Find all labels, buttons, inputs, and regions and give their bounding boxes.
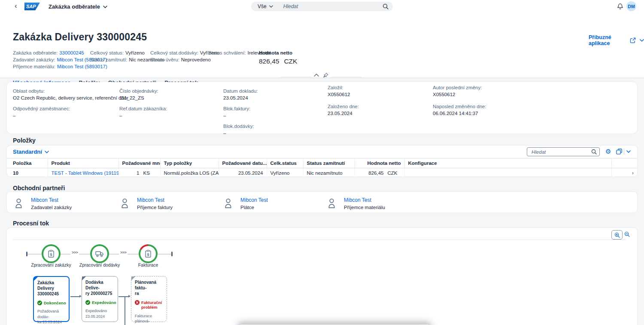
chevron-down-icon bbox=[269, 5, 273, 8]
divider bbox=[331, 77, 361, 77]
product-link[interactable]: TEST - Tablet Windows (191192) bbox=[52, 170, 119, 176]
items-search-input[interactable] bbox=[531, 149, 591, 155]
col-header-net-value: Hodnota netto bbox=[355, 158, 404, 168]
flow-connector bbox=[118, 296, 128, 297]
items-header-row: Položka Produkt Požadované množství Typ … bbox=[7, 158, 637, 168]
sap-logo[interactable]: SAP bbox=[24, 3, 40, 10]
item-type: Normál.položka LOS (ZAN) bbox=[160, 168, 219, 177]
related-apps-link[interactable]: Příbuzné aplikace bbox=[589, 34, 626, 46]
node-status: Fakturační problém bbox=[135, 300, 163, 310]
field: Založeno dne:23.05.2024 bbox=[328, 103, 359, 116]
partner-name-link[interactable]: Mibcon Test bbox=[240, 197, 268, 203]
flow-node-planned-invoice[interactable]: Plánovaná faktu- ra Fakturační problém F… bbox=[131, 276, 167, 322]
partner-name-link[interactable]: Mibcon Test bbox=[31, 197, 58, 203]
partner-role: Příjemce materiálu bbox=[344, 204, 385, 210]
object-page-header: Zakázka Delivery 330000245 Příbuzné apli… bbox=[0, 13, 644, 78]
item-amount: 826,45 bbox=[358, 170, 384, 176]
collapse-header-icon[interactable] bbox=[314, 73, 319, 77]
row-chevron-icon[interactable]: › bbox=[611, 168, 637, 177]
partner-item: Mibcon TestPlátce bbox=[224, 196, 268, 210]
col-header-rejection: Status zamítnutí bbox=[303, 158, 355, 168]
facet-row: Příjemce materiálu:Mibcon Test (5893017) bbox=[13, 63, 107, 70]
field: Naposled změněno dne:06.06.2024 14:41:37 bbox=[433, 103, 486, 116]
field: Blok.faktury:– bbox=[223, 106, 258, 118]
partner-role: Zadavatel zakázky bbox=[31, 204, 72, 210]
sales-document-icon: $ bbox=[48, 250, 55, 258]
process-flow-card: >>> >>> $ $ Zpracování zakázky Zpracován… bbox=[7, 228, 637, 325]
notifications-bell-icon[interactable] bbox=[617, 3, 623, 10]
flow-connector bbox=[70, 296, 79, 297]
item-quantity: 1 bbox=[122, 170, 140, 176]
node-status: Expedováno bbox=[85, 300, 114, 305]
search-icon[interactable] bbox=[591, 149, 597, 155]
person-icon bbox=[328, 198, 336, 209]
arrowhead-icon bbox=[128, 295, 131, 298]
partner-name-link[interactable]: Mibcon Test bbox=[344, 197, 371, 203]
item-currency: CZK bbox=[384, 170, 401, 176]
view-selector[interactable]: Standardní bbox=[13, 149, 49, 155]
billing-document-icon: $ bbox=[145, 250, 152, 258]
partners-card: Mibcon TestZadavatel zakázky Mibcon Test… bbox=[7, 192, 637, 213]
gi-column-4: Založil:X0550612 Založeno dne:23.05.2024 bbox=[328, 85, 359, 121]
sales-order-link[interactable]: 330000245 bbox=[59, 50, 84, 55]
field: Odpovědný zaměstnanec:– bbox=[13, 106, 128, 118]
user-avatar[interactable]: DM bbox=[626, 1, 636, 11]
search-scope-select[interactable]: Vše bbox=[258, 3, 273, 9]
node-status: Dokončeno bbox=[37, 301, 65, 305]
export-copy-icon[interactable] bbox=[616, 149, 623, 155]
item-configuration bbox=[404, 168, 611, 177]
search-input[interactable] bbox=[283, 3, 383, 10]
col-header-product: Produkt bbox=[48, 158, 118, 168]
facet-row: Status úvěru:Neprovedeno bbox=[150, 56, 219, 63]
person-icon bbox=[15, 198, 23, 209]
flow-end-bar bbox=[171, 252, 173, 256]
items-table: Položka Produkt Požadované množství Typ … bbox=[7, 158, 637, 176]
search-icon[interactable] bbox=[383, 3, 389, 9]
svg-text:$: $ bbox=[147, 252, 149, 257]
gi-column-1: Oblast odbytu:O2 Czech Republic, deliver… bbox=[13, 88, 128, 123]
zoom-out-icon[interactable] bbox=[624, 231, 630, 237]
field: Oblast odbytu:O2 Czech Republic, deliver… bbox=[13, 88, 128, 101]
person-icon bbox=[224, 198, 232, 209]
share-icon[interactable] bbox=[630, 37, 636, 43]
zoom-in-icon[interactable] bbox=[611, 230, 623, 240]
ship-to-party-link[interactable]: Mibcon Test (5893017) bbox=[57, 64, 107, 69]
related-apps: Příbuzné aplikace bbox=[589, 34, 644, 46]
lane-node-delivery-processing[interactable] bbox=[90, 244, 109, 263]
col-header-quantity: Požadované množství bbox=[118, 158, 160, 168]
shell-search[interactable]: Vše bbox=[251, 2, 393, 11]
item-row[interactable]: 10 TEST - Tablet Windows (191192) 1KS No… bbox=[7, 168, 637, 177]
items-search[interactable] bbox=[527, 147, 600, 156]
items-section-title: Položky bbox=[13, 137, 36, 144]
page-title: Zakázka Delivery 330000245 bbox=[13, 31, 147, 43]
items-card: Standardní ⚙ Položka Produkt Požadované … bbox=[7, 146, 637, 176]
general-information-card: Oblast odbytu:O2 Czech Republic, deliver… bbox=[7, 82, 637, 134]
lane-label: Zpracování dodávky bbox=[76, 262, 123, 267]
partner-item: Mibcon TestZadavatel zakázky bbox=[15, 196, 72, 210]
col-header-status: Celk.status bbox=[267, 158, 303, 168]
gi-column-5: Autor poslední změny:X0550612 Naposled z… bbox=[433, 85, 486, 121]
chevron-down-icon[interactable] bbox=[640, 39, 644, 42]
app-title-menu[interactable]: Zakázka odběratele bbox=[49, 3, 107, 10]
flow-node-sales-order[interactable]: Zakázka Delivery 330000245 Dokončeno Pož… bbox=[33, 276, 70, 322]
success-check-icon bbox=[37, 301, 42, 305]
settings-gear-icon[interactable]: ⚙ bbox=[605, 148, 611, 155]
pin-header-icon[interactable] bbox=[323, 73, 328, 78]
back-icon[interactable]: ‹ bbox=[15, 2, 17, 10]
error-x-icon bbox=[135, 300, 140, 305]
chevron-down-icon bbox=[103, 6, 107, 8]
field: Číslo objednávky:111_22_ZS bbox=[119, 88, 167, 101]
svg-text:$: $ bbox=[50, 252, 52, 257]
partner-name-link[interactable]: Mibcon Test bbox=[137, 197, 164, 203]
export-menu-chevron-icon[interactable] bbox=[626, 150, 631, 153]
lane-node-order-processing[interactable]: $ bbox=[42, 244, 61, 263]
flow-node-delivery[interactable]: Dodávka Delive- ry 200000275 Expedováno … bbox=[82, 276, 118, 322]
lane-node-invoicing[interactable]: $ bbox=[139, 244, 158, 263]
arrowhead-icon bbox=[79, 295, 82, 298]
item-date: 23.05.2024 bbox=[219, 168, 267, 177]
col-header-navigation bbox=[611, 158, 637, 168]
lane-label: Zpracování zakázky bbox=[27, 262, 75, 267]
item-rejection: Nic nezamítnuto bbox=[303, 168, 355, 177]
app-title-label: Zakázka odběratele bbox=[49, 3, 100, 10]
partners-section-title: Obchodní partneři bbox=[13, 185, 65, 191]
